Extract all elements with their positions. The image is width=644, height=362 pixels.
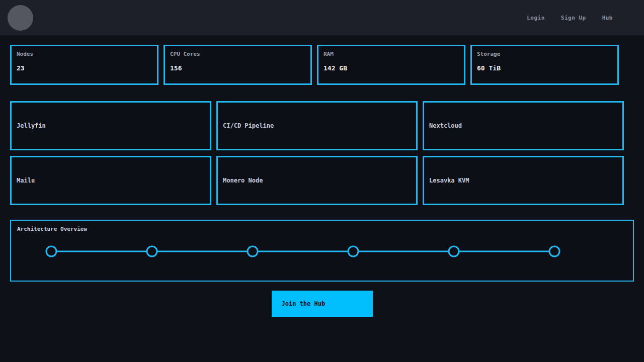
stat-label: CPU Cores — [170, 51, 305, 57]
service-name: Jellyfin — [17, 122, 46, 129]
service-card-monero-node[interactable]: Monero Node — [216, 156, 418, 205]
architecture-node-icon — [46, 246, 56, 256]
service-card-jellyfin[interactable]: Jellyfin — [10, 101, 211, 150]
service-name: Mailu — [17, 177, 35, 184]
nav-link-signup[interactable]: Sign Up — [561, 15, 586, 21]
logo-avatar[interactable] — [8, 5, 33, 31]
stat-card-nodes: Nodes 23 — [10, 45, 158, 85]
architecture-panel: Architecture Overview — [10, 220, 634, 282]
stat-label: RAM — [324, 51, 459, 57]
service-card-mailu[interactable]: Mailu — [10, 156, 211, 205]
service-name: Nextcloud — [429, 122, 462, 129]
stat-label: Storage — [477, 51, 612, 57]
stats-row: Nodes 23 CPU Cores 156 RAM 142 GB Storag… — [10, 45, 619, 85]
architecture-node-icon — [348, 246, 358, 256]
nav-link-login[interactable]: Login — [527, 15, 545, 21]
service-name: CI/CD Pipeline — [223, 122, 274, 129]
architecture-node-icon — [449, 246, 459, 256]
architecture-node-icon — [147, 246, 157, 256]
nav-link-hub[interactable]: Hub — [602, 15, 613, 21]
architecture-node-icon — [549, 246, 559, 256]
stat-card-ram: RAM 142 GB — [317, 45, 465, 85]
join-hub-button[interactable]: Join the Hub — [272, 291, 373, 317]
service-card-nextcloud[interactable]: Nextcloud — [423, 101, 624, 150]
service-name: Monero Node — [223, 177, 263, 184]
stat-card-storage: Storage 60 TiB — [470, 45, 619, 85]
stat-value: 23 — [17, 64, 152, 72]
stat-value: 156 — [170, 64, 305, 72]
main-content: Nodes 23 CPU Cores 156 RAM 142 GB Storag… — [0, 45, 644, 317]
navbar: Login Sign Up Hub — [0, 0, 644, 35]
service-card-cicd-pipeline[interactable]: CI/CD Pipeline — [216, 101, 418, 150]
stat-card-cpu-cores: CPU Cores 156 — [164, 45, 312, 85]
service-name: Lesavka KVM — [429, 177, 469, 184]
architecture-node-icon — [248, 246, 258, 256]
stat-label: Nodes — [17, 51, 152, 57]
architecture-diagram — [11, 221, 633, 281]
service-card-lesavka-kvm[interactable]: Lesavka KVM — [423, 156, 624, 205]
stat-value: 142 GB — [324, 64, 459, 72]
cta-wrap: Join the Hub — [10, 282, 634, 317]
stat-value: 60 TiB — [477, 64, 612, 72]
services-grid: Jellyfin CI/CD Pipeline Nextcloud Mailu … — [10, 101, 624, 205]
nav-links: Login Sign Up Hub — [527, 15, 613, 21]
